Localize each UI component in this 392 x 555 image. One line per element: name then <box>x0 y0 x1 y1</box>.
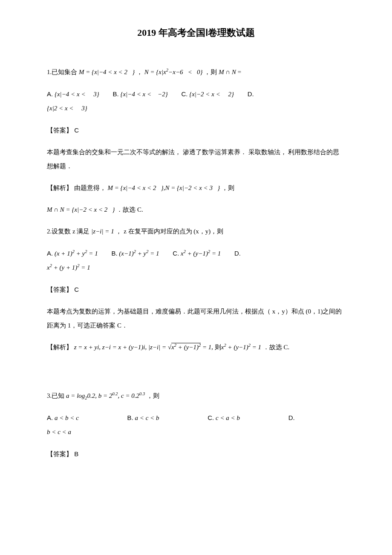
q3-stem-prefix: 3.已知 <box>47 392 66 399</box>
q2-stem-prefix: 2.设复数 z 满足 <box>47 228 91 235</box>
q3-defs: a = log20.2, b = 20.2, c = 0.20.3 <box>66 392 145 399</box>
q1-analysis-1: 【解析】 由题意得， M = {x|−4 < x < 2 },N = {x|−2… <box>47 181 345 195</box>
opt-label: A. <box>47 414 53 421</box>
answer-label: 【答案】 <box>47 451 72 457</box>
opt-label: B. <box>127 414 133 421</box>
q3-optA: A. a < b < c <box>47 411 79 425</box>
q2-optC: C. x2 + (y−1)2 = 1 <box>173 246 221 261</box>
opt-label: A. <box>47 250 53 257</box>
opt-math: {x|−2 < x < 2} <box>189 91 234 98</box>
opt-label: A. <box>47 90 53 98</box>
q3-stem-tail: ，则 <box>147 392 159 399</box>
q2-stem: 2.设复数 z 满足 |z−i| = 1 ， z 在复平面内对应的点为 (x，y… <box>47 224 345 239</box>
text: ．故选 C. <box>116 206 143 213</box>
q1-sep2: ，则 <box>204 69 219 75</box>
q2-answer: 【答案】 C <box>47 282 345 297</box>
opt-label: D. <box>234 250 241 257</box>
analysis-label: 【解析】 <box>47 184 72 191</box>
q3-optC: C. c < a < b <box>208 411 240 425</box>
q2-explain: 本题考点为复数的运算，为基础题目，难度偏易．此题可采用几何法，根据点（ x，y）… <box>47 305 345 333</box>
q1-n-def: N = {x|x2−x−6 < 0} <box>144 69 203 75</box>
opt-label: C. <box>181 90 187 98</box>
opt-math: a < c < b <box>135 414 159 421</box>
q1-stem-prefix: 1.已知集合 <box>47 69 79 75</box>
q2-analysis: 【解析】 z = x + yi, z−i = x + (y−1)i, |z−i|… <box>47 340 345 354</box>
opt-math: a < b < c <box>55 414 79 421</box>
opt-label: D. <box>248 90 254 98</box>
q1-stem: 1.已知集合 M = {x|−4 < x < 2 } ， N = {x|x2−x… <box>47 65 345 79</box>
page-title: 2019 年高考全国Ⅰ卷理数试题 <box>47 26 345 40</box>
q2-optB: B. (x−1)2 + y2 = 1 <box>111 246 159 261</box>
opt-math: x2 + (y−1)2 = 1 <box>181 250 221 257</box>
text: 由题意得， <box>74 184 108 191</box>
q3-optD-math: b < c < a <box>47 428 71 435</box>
opt-label: C. <box>173 250 179 257</box>
q1-answer: 【答案】 C <box>47 123 345 138</box>
q2-stem-mid: ， z 在复平面内对应的点为 (x，y)，则 <box>115 228 223 235</box>
q2-optD: D. <box>234 246 241 261</box>
opt-label: B. <box>111 250 117 257</box>
q1-optD: D. <box>248 87 254 101</box>
q1-optA: A. {x|−4 < x < 3} <box>47 87 99 101</box>
opt-math: c < a < b <box>216 414 240 421</box>
opt-math: (x−1)2 + y2 = 1 <box>119 250 159 257</box>
answer-value: C <box>72 286 79 293</box>
opt-math: {x|−4 < x < 3} <box>55 91 99 98</box>
q2-cond: |z−i| = 1 <box>91 228 114 235</box>
analysis-label: 【解析】 <box>47 344 72 351</box>
q3-optD: D. <box>288 411 295 425</box>
q3-stem: 3.已知 a = log20.2, b = 20.2, c = 0.20.3 ，… <box>47 389 345 403</box>
tail: ．故选 C. <box>263 344 290 351</box>
q1-optB: B. {x|−4 < x < −2} <box>113 87 168 101</box>
q2-options: A. (x + 1)2 + y2 = 1 B. (x−1)2 + y2 = 1 … <box>47 246 345 275</box>
q1-mn: M ∩ N <box>219 69 236 75</box>
math: M ∩ N = {x|−2 < x < 2 } <box>47 206 115 213</box>
opt-math: (x + 1)2 + y2 = 1 <box>55 250 98 257</box>
answer-label: 【答案】 <box>47 286 72 293</box>
q2-optD-math: x2 + (y + 1)2 = 1 <box>47 264 90 271</box>
math: N = {x|−2 < x < 3 } <box>165 184 220 191</box>
q1-explain: 本题考查集合的交集和一元二次不等式的解法， 渗透了数学运算素养． 采取数轴法， … <box>47 145 345 173</box>
q2-optA: A. (x + 1)2 + y2 = 1 <box>47 246 98 261</box>
q1-eq: = <box>238 69 241 75</box>
q1-sep1: ， <box>136 69 143 75</box>
q1-optD-math: {x|2 < x < 3} <box>47 105 87 112</box>
opt-label: D. <box>288 414 295 421</box>
text: 则 <box>215 344 221 351</box>
answer-value: C <box>72 127 79 134</box>
q3-options: A. a < b < c B. a < c < b C. c < a < b D… <box>47 411 345 439</box>
opt-label: C. <box>208 414 214 421</box>
math: x2 + (y−1)2 = 1 <box>221 344 261 351</box>
opt-label: B. <box>113 90 119 98</box>
q1-analysis-2: M ∩ N = {x|−2 < x < 2 } ．故选 C. <box>47 203 345 217</box>
q1-m-def: M = {x|−4 < x < 2 } <box>79 69 135 75</box>
q1-options: A. {x|−4 < x < 3} B. {x|−4 < x < −2} C. … <box>47 87 345 115</box>
q3-optB: B. a < c < b <box>127 411 159 425</box>
opt-math: {x|−4 < x < −2} <box>120 91 167 98</box>
math: M = {x|−4 < x < 2 } <box>108 184 164 191</box>
tail: ，则 <box>222 184 234 191</box>
q3-answer: 【答案】 B <box>47 447 345 461</box>
answer-label: 【答案】 <box>47 127 72 134</box>
q1-optC: C. {x|−2 < x < 2} <box>181 87 234 101</box>
math: z = x + yi, z−i = x + (y−1)i, |z−i| = √x… <box>74 343 213 351</box>
answer-value: B <box>72 450 78 457</box>
